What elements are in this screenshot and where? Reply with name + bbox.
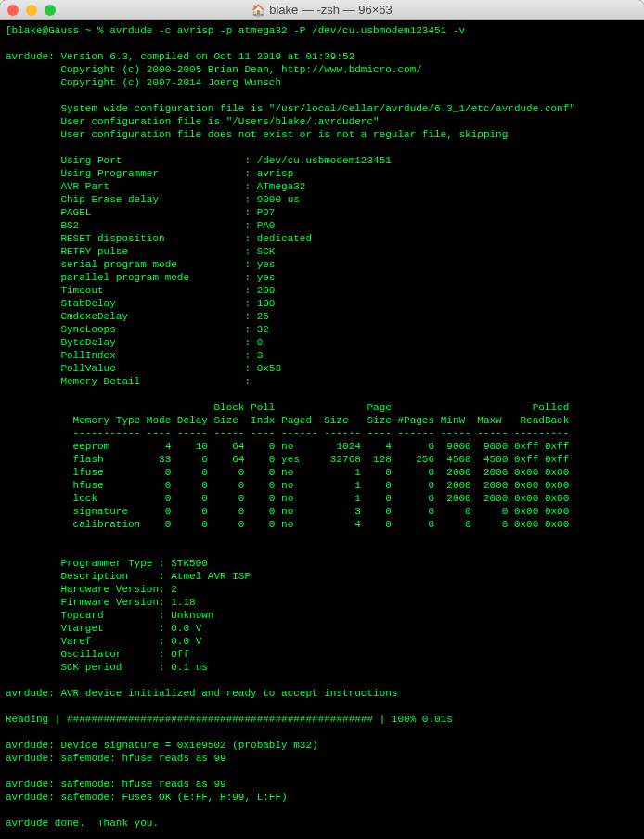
output-line: avrdude: safemode: Fuses OK (E:FF, H:99,… (6, 792, 288, 803)
output-line: avrdude done. Thank you. (6, 818, 159, 829)
minimize-icon[interactable] (26, 5, 37, 16)
output-line: User configuration file is "/Users/blake… (6, 116, 380, 127)
output-line: avrdude: safemode: hfuse reads as 99 (6, 779, 226, 790)
command-text: avrdude -c avrisp -p atmega32 -P /dev/cu… (109, 25, 465, 36)
progress-line: Reading | ##############################… (6, 714, 453, 725)
output-line: avrdude: Version 6.3, compiled on Oct 11… (6, 51, 354, 62)
terminal-content[interactable]: [blake@Gauss ~ % avrdude -c avrisp -p at… (0, 20, 644, 839)
output-line: Copyright (c) 2000-2005 Brian Dean, http… (6, 64, 422, 75)
settings-block: Using Port : /dev/cu.usbmodem123451 Usin… (6, 155, 392, 387)
close-icon[interactable] (7, 5, 19, 16)
table-sep: ----------- ---- ----- ----- ---- ------… (6, 428, 569, 439)
shell-prompt: [blake@Gauss ~ % (6, 25, 109, 36)
output-line: avrdude: AVR device initialized and read… (6, 688, 397, 699)
memory-table: eeprom 4 10 64 0 no 1024 4 0 9000 9000 0… (6, 441, 569, 530)
traffic-lights (7, 5, 56, 16)
output-line: User configuration file does not exist o… (6, 129, 508, 140)
table-header: Block Poll Page Polled (6, 402, 569, 413)
window-title: 🏠blake — -zsh — 96×63 (0, 3, 644, 17)
output-line: System wide configuration file is "/usr/… (6, 103, 575, 114)
home-icon: 🏠 (251, 4, 265, 17)
window-title-text: blake — -zsh — 96×63 (269, 3, 393, 17)
output-line: Copyright (c) 2007-2014 Joerg Wunsch (6, 77, 281, 88)
zoom-icon[interactable] (45, 5, 56, 16)
terminal-window: 🏠blake — -zsh — 96×63 [blake@Gauss ~ % a… (0, 0, 644, 839)
programmer-block: Programmer Type : STK500 Description : A… (6, 558, 251, 673)
output-line: avrdude: Device signature = 0x1e9502 (pr… (6, 740, 318, 751)
output-line: avrdude: safemode: hfuse reads as 99 (6, 753, 226, 764)
table-header: Memory Type Mode Delay Size Indx Paged S… (6, 415, 569, 426)
titlebar[interactable]: 🏠blake — -zsh — 96×63 (0, 0, 644, 20)
